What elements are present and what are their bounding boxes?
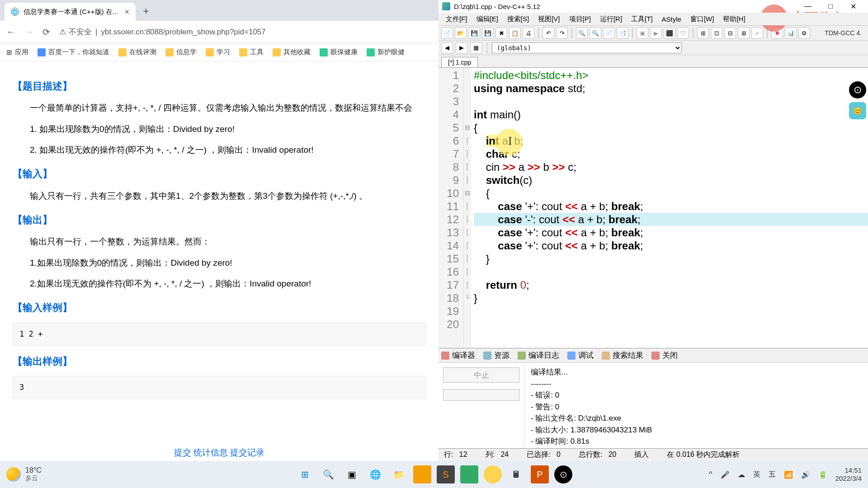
task-view-button[interactable]: ▣ xyxy=(343,465,361,483)
floating-buttons: ⊙ 😊 xyxy=(849,81,866,119)
app-icon[interactable] xyxy=(413,465,431,483)
status-parse: 在 0.016 秒内完成解析 xyxy=(667,450,740,460)
bookmark-item[interactable]: 工具 xyxy=(239,48,264,56)
goto-icon[interactable]: 📄 xyxy=(603,27,615,39)
undo-icon[interactable]: ↶ xyxy=(542,27,554,39)
menu-help[interactable]: 帮助[H] xyxy=(718,15,750,23)
close-icon[interactable]: × xyxy=(124,7,129,17)
bookmark-item[interactable]: ⊞应用 xyxy=(6,48,28,56)
compile-run-icon[interactable]: ⬛ xyxy=(664,27,675,39)
wifi-icon[interactable]: 📶 xyxy=(784,470,793,479)
compile-icon[interactable]: ▣ xyxy=(637,27,648,39)
section-input-title: 【输入】 xyxy=(13,165,426,182)
print-icon[interactable]: 🖨 xyxy=(523,27,534,39)
profile-icon[interactable]: ⊟ xyxy=(724,27,736,39)
bookmark-icon[interactable]: 📑 xyxy=(617,27,628,39)
onedrive-icon[interactable]: ☁ xyxy=(738,470,745,479)
calc-icon[interactable]: 🖩 xyxy=(507,465,525,483)
bookmark-item[interactable]: 在线评测 xyxy=(118,48,156,56)
globe-icon: 🌐 xyxy=(11,8,19,16)
new-file-icon[interactable]: 📄 xyxy=(441,27,453,39)
bookmark-item[interactable]: 新护眼健 xyxy=(367,48,405,56)
tab-close[interactable]: 关闭 xyxy=(651,350,678,361)
menu-tools[interactable]: 工具[T] xyxy=(627,15,657,23)
grid-icon[interactable]: ⊞ xyxy=(738,27,750,39)
open-file-icon[interactable]: 📂 xyxy=(455,27,467,39)
powerpoint-icon[interactable]: P xyxy=(531,465,549,483)
assist-icon[interactable]: 😊 xyxy=(849,102,866,119)
mic-icon[interactable]: 🎤 xyxy=(721,470,730,479)
ime-mode[interactable]: 五 xyxy=(769,470,776,479)
run-icon[interactable]: ▶ xyxy=(650,27,662,39)
nav-bar: ← → ⟳ ⚠ 不安全 | ybt.ssoier.cn:8088/problem… xyxy=(0,21,439,43)
weather-widget[interactable]: 18°C 多云 xyxy=(6,466,42,483)
browser-tab[interactable]: 🌐 信息学奥赛一本通 (C++版) 在... × xyxy=(5,3,136,21)
status-col: 列: 24 xyxy=(486,450,509,460)
back-button[interactable]: ← xyxy=(6,27,15,37)
rebuild-icon[interactable]: 🛡 xyxy=(677,27,689,39)
debug-icon xyxy=(567,352,576,360)
taskbar-center: ⊞ 🔍 ▣ 🌐 📁 S 🖩 P ⊙ xyxy=(296,465,572,483)
start-button[interactable]: ⊞ xyxy=(296,465,314,483)
code-editor[interactable]: 1234567891011121314151617181920 ⊟││││⊟││… xyxy=(439,68,868,348)
baidu-icon xyxy=(38,48,46,56)
menu-view[interactable]: 视图[V] xyxy=(533,15,564,23)
ime-lang[interactable]: 英 xyxy=(753,470,760,479)
chevron-up-icon[interactable]: ^ xyxy=(709,470,712,479)
submit-links[interactable]: 提交 统计信息 提交记录 xyxy=(0,446,439,460)
bookmark-item[interactable]: 信息学 xyxy=(165,48,197,56)
save-icon[interactable]: 💾 xyxy=(468,27,480,39)
code-area[interactable]: I #include<bits/stdc++.h> using namespac… xyxy=(471,68,868,348)
menu-project[interactable]: 项目[P] xyxy=(565,15,595,23)
folder-icon xyxy=(206,48,214,56)
replace-icon[interactable]: 🔍 xyxy=(590,27,601,39)
file-tab[interactable]: [*] 1.cpp xyxy=(441,57,478,67)
tab-search-results[interactable]: 搜索结果 xyxy=(602,350,643,361)
search-button[interactable]: 🔍 xyxy=(319,465,337,483)
menu-file[interactable]: 文件[F] xyxy=(441,15,472,23)
menu-run[interactable]: 运行[R] xyxy=(595,15,627,23)
save-all-icon[interactable]: 💾 xyxy=(482,27,494,39)
new-tab-button[interactable]: + xyxy=(138,4,154,19)
app-icon[interactable]: ⊙ xyxy=(554,465,572,483)
tab-resources[interactable]: 资源 xyxy=(483,350,509,361)
stop-button[interactable]: 中止 xyxy=(443,367,519,383)
forward-nav-icon[interactable]: ▶ xyxy=(456,42,467,54)
debug-icon[interactable]: ⊞ xyxy=(697,27,709,39)
close-file-icon[interactable]: ✖ xyxy=(495,27,507,39)
reload-button[interactable]: ⟳ xyxy=(42,27,50,38)
copy-icon[interactable]: 📋 xyxy=(509,27,521,39)
menu-edit[interactable]: 编辑[E] xyxy=(472,15,503,23)
forward-button[interactable]: → xyxy=(24,27,33,37)
devcpp-icon[interactable] xyxy=(460,465,478,483)
battery-icon[interactable]: 🔋 xyxy=(818,470,827,479)
toggle-icon[interactable]: ▦ xyxy=(470,42,482,54)
redo-icon[interactable]: ↷ xyxy=(556,27,568,39)
github-icon[interactable]: ⊙ xyxy=(849,81,866,99)
sublime-icon[interactable]: S xyxy=(437,465,455,483)
bookmark-item[interactable]: 其他收藏 xyxy=(273,48,311,56)
chrome-icon[interactable]: 🌐 xyxy=(366,465,384,483)
find-icon[interactable]: 🔍 xyxy=(576,27,588,39)
app-icon[interactable] xyxy=(484,465,502,483)
bookmark-item[interactable]: 学习 xyxy=(206,48,230,56)
tab-compile-log[interactable]: 编译日志 xyxy=(518,350,559,361)
menu-astyle[interactable]: AStyle xyxy=(657,15,686,23)
back-nav-icon[interactable]: ◀ xyxy=(441,42,453,54)
address-bar[interactable]: ⚠ 不安全 | ybt.ssoier.cn:8088/problem_show.… xyxy=(59,27,432,37)
clock[interactable]: 14:51 2022/3/4 xyxy=(835,466,862,483)
tab-debug[interactable]: 调试 xyxy=(567,350,594,361)
file-tabs: [*] 1.cpp xyxy=(439,55,868,68)
tab-compiler[interactable]: 编译器 xyxy=(441,350,475,361)
explorer-icon[interactable]: 📁 xyxy=(390,465,408,483)
menu-window[interactable]: 窗口[W] xyxy=(686,15,719,23)
globals-dropdown[interactable]: (globals) xyxy=(492,42,682,53)
section-output-title: 【输出】 xyxy=(13,211,426,228)
bookmark-item[interactable]: 眼保健康 xyxy=(320,48,358,56)
bookmarks-bar: ⊞应用 百度一下，你就知道 在线评测 信息学 学习 工具 其他收藏 眼保健康 新… xyxy=(0,43,439,61)
status-total: 总行数: 20 xyxy=(579,450,617,460)
menu-search[interactable]: 搜索[S] xyxy=(503,15,533,23)
stop-debug-icon[interactable]: ⊡ xyxy=(711,27,722,39)
bookmark-item[interactable]: 百度一下，你就知道 xyxy=(38,48,109,56)
volume-icon[interactable]: 🔊 xyxy=(801,470,810,479)
